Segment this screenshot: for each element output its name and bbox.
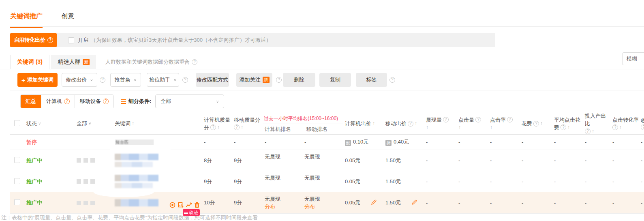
add-keyword-button[interactable]: + 添加关键词 [17,73,58,87]
chevron-down-icon: ∨ [134,78,137,82]
header-partial-last[interactable]: 收 ? [639,117,644,130]
status-badge: 推广中 [26,178,42,185]
help-icon[interactable]: ? [561,124,566,130]
trend-chart-icon[interactable] [186,202,192,208]
header-keyword[interactable]: 关键词 ↑ [110,120,202,127]
section-divider [10,90,644,90]
chevron-down-icon: ∨ [173,78,176,82]
chevron-down-icon: ∨ [88,120,91,127]
header-ctr[interactable]: 点击率 ? ↑ [488,116,520,131]
rank-distribution-link[interactable]: 分布 [304,203,343,210]
grab-assistant-dropdown[interactable]: 抢位助手 ∨ [147,73,179,87]
cell-impressions: - [424,178,457,185]
help-icon[interactable]: ? [408,121,413,127]
help-icon[interactable]: ? [182,77,188,83]
help-icon[interactable]: ? [443,117,449,122]
device-segment: 汇总 计算机 ? 移动设备 ? [20,94,114,108]
sort-up-icon: ↑ [592,127,594,135]
help-icon[interactable]: ? [100,77,105,83]
tab-keyword-promotion[interactable]: 关键词推广 [10,12,43,28]
help-icon[interactable]: ? [389,77,395,83]
help-icon[interactable]: ? [641,124,644,130]
header-tag[interactable]: 全部 ∨ [60,120,110,127]
delete-button[interactable]: 删除 [283,73,315,87]
help-icon[interactable]: ? [64,99,70,104]
tag-squares [77,201,110,205]
header-mobile-bid[interactable]: 移动出价 ? ↑ [384,120,424,127]
trash-icon[interactable] [194,202,200,208]
modify-match-button[interactable]: 修改匹配方式 [196,73,229,87]
help-icon[interactable]: ? [234,124,240,130]
header-clicks[interactable]: 点击量 ? ↑ [457,116,488,131]
header-status-label: 状态 [26,120,37,127]
cell-comp-rank: 无展现 分布 [263,195,303,210]
header-status[interactable]: 状态 ∨ [25,120,60,127]
help-icon[interactable]: ? [276,77,282,83]
cell-roi: - [583,178,611,185]
edit-pencil-icon[interactable] [411,200,417,205]
header-roi[interactable]: 投入产出比 ? ↑ [583,112,611,135]
help-icon[interactable]: ? [210,124,216,130]
header-mobile-rank[interactable]: 移动排名 [303,124,343,133]
cell-comp-bid: 0.05元 [343,199,384,206]
filter-select[interactable]: 全部 ∨ [155,94,224,108]
select-all-checkbox[interactable] [14,120,20,126]
rank-distribution-link[interactable]: 分布 [265,203,303,210]
tag-button[interactable]: 标签 [356,73,387,87]
row-checkbox[interactable] [14,178,20,184]
cell-impressions: - [424,139,457,145]
header-cost[interactable]: 花费 ? ↑ [520,120,552,127]
cell-comp-quality: 10分 [202,199,232,206]
conversion-hint: （为保证效果，该宝贝近3天累计点击量大于300（不含定向推广）才可激活） [91,36,271,44]
help-icon[interactable]: ? [507,117,513,122]
segment-summary[interactable]: 汇总 [21,95,41,108]
edit-pencil-icon[interactable] [371,200,377,205]
cell-clicks: - [457,139,488,145]
table-row: 推广中 8分 9分 无展现 无展现 0.05元 1.50元 - - - - - … [10,150,644,171]
delete-label: 删除 [294,76,304,84]
conversion-open-checkbox[interactable] [68,37,74,43]
header-cvr[interactable]: 点击转化率 ? ↑ [611,116,639,131]
cell-comp-bid: 默0.10元 [343,138,384,146]
segment-computer[interactable]: 计算机 ? [41,95,75,108]
sort-up-icon: ↑ [458,124,461,131]
header-comp-rank[interactable]: 计算机排名 [263,124,303,133]
header-avg-cost[interactable]: 平均点击花 费 ? ↑ [552,116,583,131]
grab-top-label: 抢首条 [115,76,131,84]
tag-squares [77,179,110,184]
track-badge[interactable]: 轨迹 [183,209,200,216]
header-comp-bid[interactable]: 计算机出价 ↑ [343,120,384,127]
cell-cvr: - [611,178,639,185]
help-icon[interactable]: ? [103,99,109,104]
help-icon[interactable]: ? [612,124,618,130]
help-icon[interactable]: ? [475,117,481,122]
header-comp-quality[interactable]: 计算机质量 分 ? ↑ [202,116,232,131]
copy-button[interactable]: 复制 [319,73,351,87]
segment-mobile[interactable]: 移动设备 ? [75,95,113,108]
modify-bid-dropdown[interactable]: 修改出价 ∨ [62,73,97,87]
tab-creative[interactable]: 创意 [61,12,74,21]
tab-audience[interactable]: 精选人群 新 [51,55,96,69]
enable-conversion-bid-button[interactable]: 启用转化出价 ? [10,33,57,47]
tab-keywords[interactable]: 关键词 (3) [10,55,49,69]
row-checkbox[interactable] [14,199,20,205]
help-icon[interactable]: ? [192,59,197,65]
header-mobile-quality[interactable]: 移动质量分 ? ↑ [232,116,263,131]
keyword-blurred: 知台匹 [115,139,154,145]
help-icon[interactable]: ? [533,121,539,127]
cell-comp-quality: 8分 [202,157,232,164]
header-impressions[interactable]: 展现量 ? ↑ [424,116,457,131]
target-icon[interactable] [169,202,175,208]
report-doc-icon[interactable] [178,202,184,208]
help-icon[interactable]: ? [585,129,591,134]
fuzzy-search-button[interactable]: 模糊 [622,52,644,65]
table-row: 暂停 知台匹 - - - - 默0.10元 折0.40元 - - - - - -… [10,135,644,150]
cell-mobile-quality: 9分 [232,157,263,164]
row-checkbox[interactable] [14,157,20,163]
cell-clicks: - [457,157,488,163]
add-follow-button[interactable]: 添加关注 新 [236,73,272,87]
grab-top-dropdown[interactable]: 抢首条 ∨ [110,73,141,87]
help-icon[interactable]: ? [47,37,53,43]
keyword-blurred [115,154,202,167]
cell-roi: - [583,157,611,163]
